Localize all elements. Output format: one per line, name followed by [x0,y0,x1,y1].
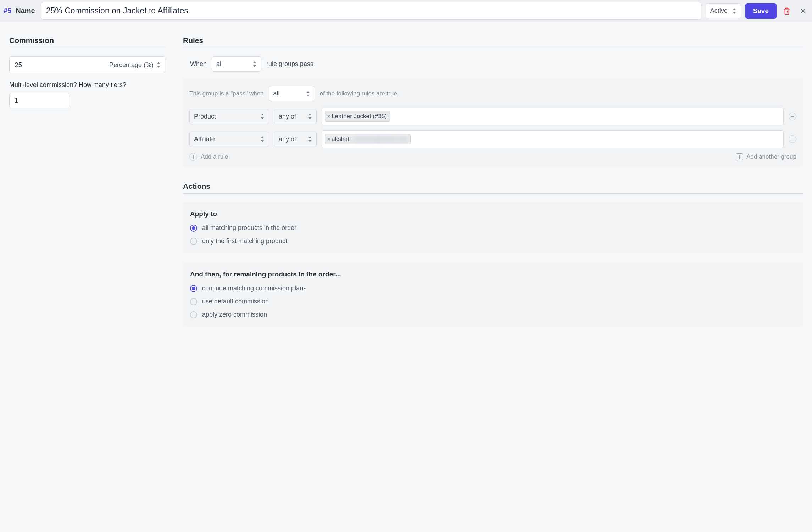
rule-field-select[interactable]: Product [189,109,269,124]
commission-type-select[interactable]: Percentage (%) [109,61,161,69]
when-row: When all rule groups pass [183,56,803,72]
group-mode-select[interactable]: all [269,86,315,101]
add-rule-label: Add a rule [201,153,228,160]
option-label: all matching products in the order [202,224,296,232]
rules-column: Rules When all rule groups pass This gro… [183,36,803,336]
tag: × akshat xxxxxxx@xxxxx.xxx [325,134,411,144]
radio-icon [190,285,197,292]
radio-icon [190,298,197,305]
tag: × Leather Jacket (#35) [325,111,390,122]
rule-op-select[interactable]: any of [274,109,317,124]
group-prefix: This group is a "pass" when [189,90,264,97]
apply-to-heading: Apply to [190,210,796,218]
name-label: Name [16,7,35,15]
tag-remove-icon[interactable]: × [327,114,330,119]
save-button[interactable]: Save [745,3,777,19]
chevron-updown-icon [261,114,265,119]
remove-rule-button[interactable] [789,113,796,120]
chevron-updown-icon [253,61,257,67]
option-label: only the first matching product [202,237,287,245]
topbar: #5 Name Active Save [0,0,812,22]
when-mode-select[interactable]: all [212,56,261,72]
remaining-option[interactable]: apply zero commission [190,311,796,318]
chevron-updown-icon [308,114,312,119]
close-button[interactable] [797,5,809,17]
tiers-input[interactable] [9,93,69,108]
option-label: use default commission [202,298,269,305]
apply-to-box: Apply to all matching products in the or… [183,202,803,253]
rule-field-select[interactable]: Affiliate [189,132,269,147]
tag-remove-icon[interactable]: × [327,136,330,142]
add-group-label: Add another group [746,153,796,160]
delete-button[interactable] [781,5,793,17]
close-icon [799,7,807,15]
commission-type-value: Percentage (%) [109,61,154,69]
option-label: continue matching commission plans [202,285,306,292]
rule-field-value: Affiliate [194,136,215,143]
when-label: When [190,60,207,68]
tiers-label: Multi-level commission? How many tiers? [9,81,165,89]
redacted-text: xxxxxxx@xxxxx.xxx [351,136,409,143]
rule-field-value: Product [194,113,216,120]
group-suffix: of the following rules are true. [320,90,399,97]
status-select[interactable]: Active [706,3,741,18]
chevron-updown-icon [733,8,736,14]
group-footer: Add a rule Add another group [189,153,796,161]
add-group-button[interactable]: Add another group [736,153,796,160]
remove-rule-button[interactable] [789,135,796,143]
add-rule-button[interactable]: Add a rule [189,153,228,161]
name-input[interactable] [41,2,701,20]
radio-icon [190,238,197,245]
chevron-updown-icon [261,136,265,142]
rule-value-input[interactable]: × akshat xxxxxxx@xxxxx.xxx [322,130,784,148]
group-header: This group is a "pass" when all of the f… [189,86,796,101]
when-mode-value: all [216,60,223,68]
content: Commission Percentage (%) Multi-level co… [0,22,812,357]
chevron-updown-icon [308,136,312,142]
option-label: apply zero commission [202,311,267,318]
rule-value-input[interactable]: × Leather Jacket (#35) [322,108,784,125]
tag-label: akshat [332,136,349,143]
remaining-option[interactable]: use default commission [190,298,796,305]
chevron-updown-icon [157,62,161,68]
when-suffix: rule groups pass [266,60,313,68]
status-value: Active [710,7,728,15]
radio-icon [190,225,197,232]
rule-op-value: any of [279,113,296,120]
rules-title: Rules [183,36,803,48]
remaining-box: And then, for remaining products in the … [183,263,803,326]
rule-row: Affiliate any of × akshat xxxxxxx@xxxxx.… [189,130,796,148]
trash-icon [783,7,791,15]
plus-circle-icon [189,153,197,161]
tag-label: Leather Jacket (#35) [332,113,387,120]
plan-id: #5 [3,7,11,15]
commission-value-input[interactable] [15,61,43,69]
radio-icon [190,311,197,318]
chevron-updown-icon [307,91,310,97]
commission-title: Commission [9,36,165,48]
rule-op-value: any of [279,136,296,143]
commission-input-box: Percentage (%) [9,56,165,73]
group-mode-value: all [273,90,280,97]
remaining-heading: And then, for remaining products in the … [190,270,796,278]
apply-to-option[interactable]: only the first matching product [190,237,796,245]
rule-op-select[interactable]: any of [274,132,317,147]
rule-row: Product any of × Leather Jacket (#35) [189,108,796,125]
actions-title: Actions [183,182,803,194]
apply-to-option[interactable]: all matching products in the order [190,224,796,232]
remaining-option[interactable]: continue matching commission plans [190,285,796,292]
rule-group: This group is a "pass" when all of the f… [183,79,803,166]
plus-square-icon [736,153,743,160]
commission-column: Commission Percentage (%) Multi-level co… [9,36,165,336]
